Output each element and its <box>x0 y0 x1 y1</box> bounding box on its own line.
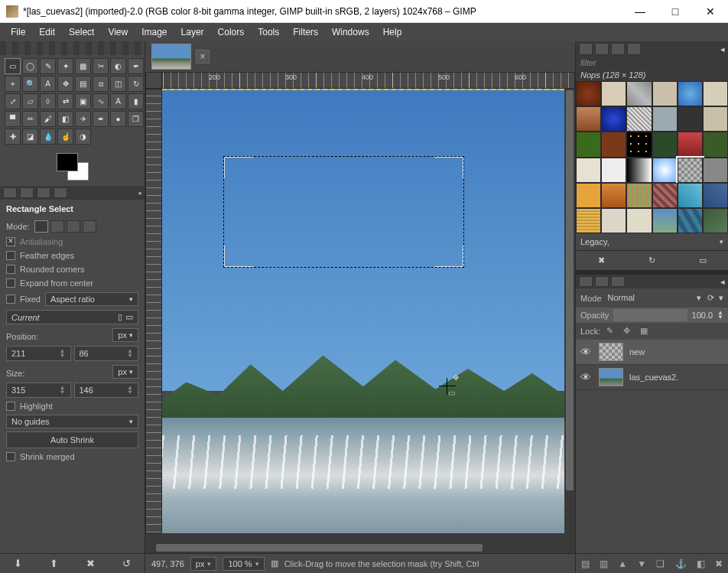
tab-menu-icon[interactable]: ◂ <box>720 277 725 287</box>
menu-layer[interactable]: Layer <box>175 24 210 40</box>
flip-tool[interactable]: ⇄ <box>57 93 73 109</box>
mypaint-tool[interactable]: ● <box>110 111 126 127</box>
ellipse-select-tool[interactable]: ◯ <box>22 58 38 74</box>
fixed-checkbox[interactable] <box>6 295 15 304</box>
menu-edit[interactable]: Edit <box>33 24 61 40</box>
tab-menu-icon[interactable]: ◂ <box>720 44 725 54</box>
paths-tab[interactable] <box>611 276 625 287</box>
undo-history-tab[interactable] <box>37 187 50 198</box>
vertical-scrollbar[interactable] <box>564 89 575 533</box>
document-history-tab[interactable] <box>627 43 641 55</box>
zoom-tool[interactable]: 🔍 <box>22 76 38 92</box>
menu-colors[interactable]: Colors <box>212 24 251 40</box>
pencil-tool[interactable]: ✏ <box>22 111 38 127</box>
tab-menu-icon[interactable]: ◂ <box>138 189 141 197</box>
delete-options-icon[interactable]: ✖ <box>86 558 95 569</box>
opacity-row[interactable]: Opacity 100.0 ▲▼ <box>576 308 728 323</box>
unit-dropdown[interactable]: px▾ <box>190 557 217 571</box>
save-options-icon[interactable]: ⬇ <box>14 558 22 569</box>
menu-help[interactable]: Help <box>377 24 408 40</box>
highlight-checkbox[interactable] <box>6 402 15 411</box>
layer-thumb[interactable] <box>599 368 623 386</box>
heal-tool[interactable]: ✚ <box>5 129 21 145</box>
mask-layer-icon[interactable]: ◧ <box>697 558 705 569</box>
patterns-tab[interactable] <box>595 43 609 55</box>
lock-alpha-icon[interactable]: ▦ <box>640 326 651 337</box>
new-group-icon[interactable]: ▥ <box>600 558 608 569</box>
mode-subtract-icon[interactable] <box>67 220 80 233</box>
warp-tool[interactable]: ∿ <box>93 93 109 109</box>
layers-tab[interactable] <box>579 276 593 287</box>
color-picker-tool[interactable]: ⌖ <box>5 76 21 92</box>
cage-tool[interactable]: ▣ <box>75 93 91 109</box>
bucket-fill-tool[interactable]: ▮ <box>128 93 144 109</box>
ruler-corner[interactable] <box>145 72 162 89</box>
paintbrush-tool[interactable]: 🖌 <box>40 111 56 127</box>
images-tab[interactable] <box>54 187 67 198</box>
pattern-filter-input[interactable]: filter <box>576 57 728 69</box>
tool-options-tab[interactable] <box>3 187 17 198</box>
mode-switch-icon[interactable]: ⟳ <box>707 293 714 303</box>
mode-replace-icon[interactable] <box>34 220 48 233</box>
minimize-button[interactable]: — <box>622 0 658 23</box>
landscape-icon[interactable]: ▭ <box>125 312 133 322</box>
brushes-tab[interactable] <box>579 43 593 55</box>
rectangle-selection[interactable] <box>223 156 464 268</box>
current-aspect[interactable]: Current ▯▭ <box>6 310 138 324</box>
image-canvas[interactable]: ✥ ▭ <box>162 89 575 533</box>
scissors-tool[interactable]: ✂ <box>93 58 109 74</box>
foreground-color[interactable] <box>57 153 78 171</box>
crop-tool[interactable]: ⧈ <box>93 76 109 92</box>
fuzzy-select-tool[interactable]: ✦ <box>57 58 73 74</box>
layer-name[interactable]: new <box>629 347 645 356</box>
duplicate-layer-icon[interactable]: ❏ <box>656 558 665 569</box>
image-tab-thumb[interactable] <box>151 44 191 70</box>
fonts-tab[interactable] <box>611 43 625 55</box>
dodge-tool[interactable]: ◑ <box>75 129 91 145</box>
position-x-input[interactable]: 211▲▼ <box>6 346 71 361</box>
dock-handle[interactable] <box>0 41 145 55</box>
rectangle-select-tool[interactable]: ▭ <box>5 58 21 74</box>
open-as-image-icon[interactable]: ▭ <box>699 256 707 265</box>
visibility-icon[interactable]: 👁 <box>580 371 593 383</box>
zoom-dropdown[interactable]: 100 %▾ <box>223 557 264 571</box>
delete-pattern-icon[interactable]: ✖ <box>598 256 605 265</box>
device-status-tab[interactable] <box>20 187 34 198</box>
expand-checkbox[interactable] <box>6 278 15 288</box>
visibility-icon[interactable]: 👁 <box>580 346 593 358</box>
selection-handle-tl[interactable] <box>224 157 253 178</box>
free-select-tool[interactable]: ✎ <box>40 58 56 74</box>
lock-position-icon[interactable]: ✥ <box>623 326 634 337</box>
shrink-merged-checkbox[interactable] <box>6 452 15 461</box>
size-h-input[interactable]: 146▲▼ <box>74 383 139 398</box>
vertical-ruler[interactable] <box>145 89 162 533</box>
pattern-grid[interactable] <box>576 81 728 233</box>
selection-handle-br[interactable] <box>434 246 463 267</box>
ink-tool[interactable]: ✒ <box>93 111 109 127</box>
restore-options-icon[interactable]: ⬆ <box>50 558 58 569</box>
paths-tool[interactable]: ✒ <box>128 58 144 74</box>
menu-tools[interactable]: Tools <box>252 24 285 40</box>
align-tool[interactable]: ▤ <box>75 76 91 92</box>
clone-tool[interactable]: ❐ <box>128 111 144 127</box>
scale-tool[interactable]: ⤢ <box>5 93 21 109</box>
layer-item-new[interactable]: 👁 new <box>576 340 728 365</box>
selection-handle-tr[interactable] <box>434 157 463 178</box>
rounded-checkbox[interactable] <box>6 265 15 274</box>
layer-item-base[interactable]: 👁 las_cuevas2. <box>576 365 728 390</box>
layer-mode-dropdown[interactable]: Normal▾ <box>606 291 703 304</box>
merge-layer-icon[interactable]: ⚓ <box>675 558 687 569</box>
shear-tool[interactable]: ▱ <box>22 93 38 109</box>
layer-thumb[interactable] <box>599 343 623 361</box>
perspective-tool[interactable]: ◊ <box>40 93 56 109</box>
mode-add-icon[interactable] <box>50 220 64 233</box>
horizontal-scrollbar[interactable] <box>145 542 575 553</box>
refresh-pattern-icon[interactable]: ↻ <box>648 256 655 265</box>
menu-file[interactable]: File <box>5 24 31 40</box>
guides-dropdown[interactable]: No guides▾ <box>6 415 138 428</box>
measure-tool[interactable]: А <box>40 76 56 92</box>
auto-shrink-button[interactable]: Auto Shrink <box>6 431 138 448</box>
lock-pixels-icon[interactable]: ✎ <box>606 326 617 337</box>
antialias-checkbox[interactable] <box>6 237 15 246</box>
gradient-tool[interactable]: ▀ <box>5 111 21 127</box>
